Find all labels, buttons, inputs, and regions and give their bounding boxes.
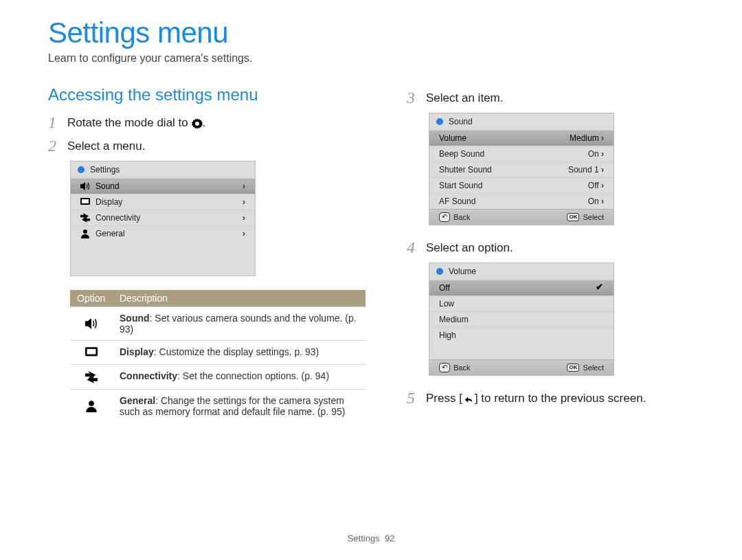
lcd-header: Settings [71,161,255,178]
menu-row-display[interactable]: Display › [71,194,255,210]
option-label: Low [439,299,454,309]
col-header-description: Description [113,290,366,307]
select-label: Select [583,363,604,372]
page-body: Settings menu Learn to configure your ca… [0,0,742,423]
item-row-volume[interactable]: Volume Medium › [429,130,614,146]
col-header-option: Option [70,290,113,307]
step-text: Press [] to return to the previous scree… [426,390,646,406]
select-button[interactable]: OK Select [567,363,604,372]
return-icon: ↶ [439,363,450,372]
person-icon [80,229,90,238]
return-icon [462,392,475,406]
back-label: Back [453,213,470,221]
connectivity-icon [70,365,113,389]
option-row-high[interactable]: High [429,327,614,343]
item-row-af-sound[interactable]: AF Sound On › [429,193,614,209]
menu-label: Sound [95,181,120,191]
option-row-low[interactable]: Low [429,295,614,311]
menu-label: General [95,229,125,238]
step-3: 3 Select an item. [407,89,694,106]
chevron-right-icon: › [601,181,604,190]
content-columns: Accessing the settings menu 1 Rotate the… [48,85,694,423]
lcd-footer: ↶ Back OK Select [429,209,614,225]
menu-row-general[interactable]: General › [71,225,255,241]
back-button[interactable]: ↶ Back [439,363,470,372]
lcd-title: Sound [449,117,473,126]
chevron-right-icon: › [601,133,604,143]
table-row: Connectivity: Set the connection options… [70,365,366,389]
item-value: On [588,197,599,206]
item-value: Sound 1 [568,165,599,175]
step-5: 5 Press [] to return to the previous scr… [407,390,694,406]
step-2: 2 Select a menu. [48,137,366,154]
table-row: General: Change the settings for the cam… [70,389,366,423]
step-number: 3 [407,89,426,106]
camera-screen-settings: Settings Sound › Display › [70,161,256,276]
step-text: Rotate the mode dial to . [67,114,205,131]
section-heading: Accessing the settings menu [48,85,366,104]
display-icon [70,341,113,365]
menu-label: Connectivity [95,213,140,223]
display-icon [80,197,90,207]
ok-icon: OK [567,363,579,372]
chevron-right-icon: › [243,229,245,238]
chevron-right-icon: › [601,149,604,159]
step-number: 4 [407,239,426,256]
step-1-text: Rotate the mode dial to [67,116,188,129]
option-row-off[interactable]: Off [429,280,614,295]
item-value: Off [588,181,599,190]
menu-row-sound[interactable]: Sound › [71,178,255,194]
table-row: Display: Customize the display settings.… [70,341,366,365]
option-label: Medium [439,315,469,324]
back-button[interactable]: ↶ Back [439,212,470,222]
item-value: Medium [570,133,599,143]
step-number: 1 [48,114,67,131]
step-1-suffix: . [203,116,206,129]
menu-label: Display [95,197,122,207]
lcd-footer: ↶ Back OK Select [429,359,614,375]
mode-indicator-icon [78,166,85,173]
left-column: Accessing the settings menu 1 Rotate the… [48,85,366,423]
footer-section: Settings [348,533,380,544]
footer-page-number: 92 [385,533,394,544]
item-row-shutter-sound[interactable]: Shutter Sound Sound 1 › [429,161,614,177]
item-row-beep-sound[interactable]: Beep Sound On › [429,146,614,161]
item-label: Shutter Sound [439,165,492,175]
lcd-empty-area [429,343,614,359]
step-text: Select a menu. [67,137,145,153]
menu-row-connectivity[interactable]: Connectivity › [71,210,255,225]
chevron-right-icon: › [243,213,245,223]
lcd-title: Volume [449,267,476,276]
right-column: 3 Select an item. Sound Volume Medium › … [407,85,694,423]
step-1: 1 Rotate the mode dial to . [48,114,366,131]
option-label: High [439,331,456,340]
camera-screen-volume: Volume Off Low Medium High [429,262,614,376]
select-label: Select [583,213,604,221]
chevron-right-icon: › [601,165,604,175]
option-row-medium[interactable]: Medium [429,311,614,327]
lcd-header: Volume [429,263,614,280]
step-4: 4 Select an option. [407,239,694,256]
select-button[interactable]: OK Select [567,212,604,222]
step-text: Select an item. [426,89,503,105]
lcd-header: Sound [429,113,614,130]
speaker-icon [80,181,90,191]
step-5-pre: Press [ [426,392,462,405]
checkmark-icon [596,284,604,292]
option-label: Off [439,283,450,293]
chevron-right-icon: › [601,197,604,206]
table-header-row: Option Description [70,290,366,307]
item-row-start-sound[interactable]: Start Sound Off › [429,177,614,193]
table-row: Sound: Set various camera sounds and the… [70,307,366,341]
person-icon [70,389,113,423]
speaker-icon [70,307,113,341]
mode-indicator-icon [436,268,443,275]
item-label: Beep Sound [439,149,484,159]
table-cell-description: General: Change the settings for the cam… [113,389,366,423]
table-cell-description: Sound: Set various camera sounds and the… [113,307,366,341]
return-icon: ↶ [439,212,450,222]
mode-indicator-icon [436,118,443,125]
page-subtitle: Learn to configure your camera's setting… [48,52,694,65]
step-number: 5 [407,390,426,406]
item-label: AF Sound [439,197,475,206]
